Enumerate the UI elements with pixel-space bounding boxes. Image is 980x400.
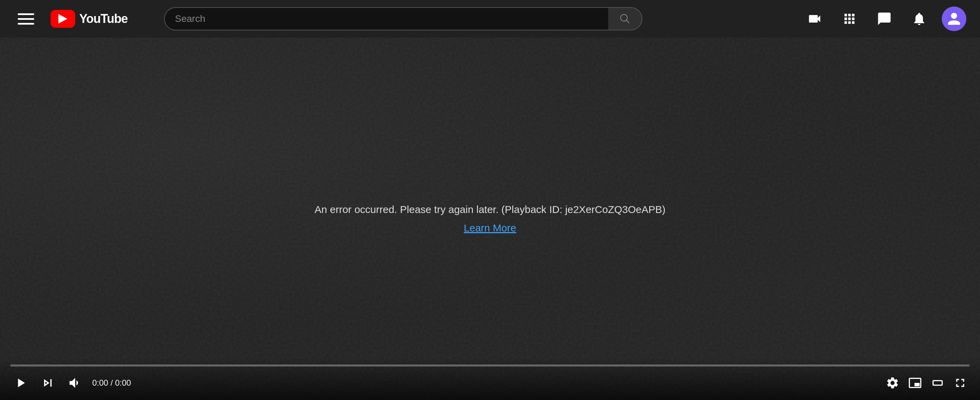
- theatre-icon: [931, 376, 945, 390]
- header: YouTube: [0, 0, 980, 38]
- youtube-logo[interactable]: YouTube: [51, 10, 128, 28]
- search-bar: [164, 7, 643, 30]
- chat-icon: [877, 11, 892, 26]
- notifications-button[interactable]: [907, 6, 931, 31]
- miniplayer-icon: [908, 376, 922, 390]
- apps-icon: [842, 11, 857, 26]
- search-icon: [619, 13, 631, 25]
- menu-button[interactable]: [14, 9, 38, 29]
- theatre-button[interactable]: [928, 373, 947, 392]
- fullscreen-button[interactable]: [951, 373, 970, 392]
- search-input[interactable]: [164, 7, 608, 30]
- time-total: 0:00: [115, 378, 131, 387]
- error-message: An error occurred. Please try again late…: [314, 204, 665, 215]
- youtube-icon: [51, 10, 75, 28]
- create-icon: [807, 11, 822, 26]
- video-controls: 0:00 / 0:00: [0, 358, 980, 400]
- controls-right: [883, 373, 970, 392]
- avatar-icon: [947, 11, 961, 26]
- skip-next-icon: [40, 375, 56, 390]
- next-button[interactable]: [38, 373, 58, 393]
- play-icon: [13, 375, 28, 390]
- bell-icon: [912, 11, 927, 26]
- youtube-wordmark: YouTube: [79, 12, 128, 26]
- chat-button[interactable]: [872, 6, 897, 31]
- volume-icon: [68, 375, 83, 390]
- volume-button[interactable]: [65, 373, 86, 393]
- progress-bar[interactable]: [10, 365, 970, 367]
- miniplayer-button[interactable]: [905, 373, 924, 392]
- controls-row: 0:00 / 0:00: [10, 373, 970, 393]
- fullscreen-icon: [953, 376, 967, 390]
- settings-button[interactable]: [883, 373, 902, 392]
- apps-button[interactable]: [837, 6, 862, 31]
- time-display: 0:00 / 0:00: [92, 378, 131, 388]
- time-current: 0:00: [92, 378, 108, 387]
- error-container: An error occurred. Please try again late…: [314, 204, 665, 234]
- search-button[interactable]: [608, 7, 643, 30]
- search-container: [164, 7, 643, 30]
- avatar[interactable]: [942, 6, 966, 31]
- video-player[interactable]: An error occurred. Please try again late…: [0, 38, 980, 400]
- play-button[interactable]: [10, 373, 31, 393]
- create-button[interactable]: [802, 6, 827, 31]
- header-left: YouTube: [14, 9, 150, 29]
- header-right: [802, 6, 966, 31]
- learn-more-link[interactable]: Learn More: [464, 222, 516, 234]
- settings-icon: [886, 376, 899, 390]
- time-separator: /: [108, 378, 115, 387]
